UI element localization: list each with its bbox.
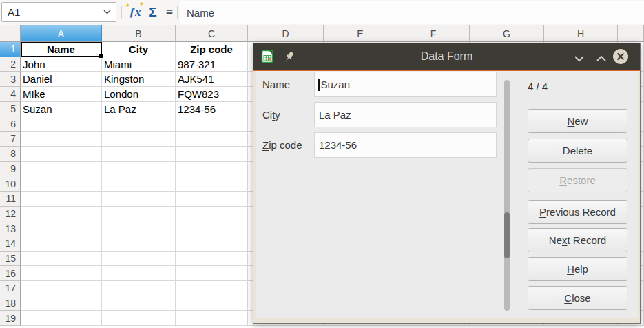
cell[interactable] (102, 296, 176, 311)
cell[interactable] (176, 176, 248, 192)
row-header-18[interactable]: 18 (0, 296, 21, 311)
form-scrollbar[interactable] (504, 80, 510, 311)
cell[interactable] (176, 221, 248, 236)
cell[interactable]: AJK541 (176, 72, 248, 87)
row-header-11[interactable]: 11 (0, 192, 21, 207)
scrollbar-thumb[interactable] (504, 212, 510, 258)
cell[interactable] (21, 207, 102, 222)
cell[interactable] (176, 296, 248, 311)
cell[interactable] (176, 266, 248, 281)
cell[interactable] (176, 192, 248, 207)
column-header-A[interactable]: A (21, 25, 102, 42)
row-header-6[interactable]: 6 (0, 116, 21, 132)
cell[interactable] (21, 311, 102, 326)
cell[interactable] (176, 281, 248, 296)
row-header-5[interactable]: 5 (0, 102, 21, 117)
cell[interactable] (21, 281, 102, 296)
row-header-10[interactable]: 10 (0, 176, 21, 192)
column-header-B[interactable]: B (102, 25, 176, 42)
cell[interactable] (102, 266, 176, 281)
cell[interactable] (102, 176, 176, 192)
cell[interactable] (176, 162, 248, 177)
field-input-city[interactable]: La Paz (314, 102, 497, 127)
row-header-14[interactable]: 14 (0, 236, 21, 252)
select-all-corner[interactable] (0, 25, 21, 42)
row-header-4[interactable]: 4 (0, 87, 21, 102)
cell[interactable] (21, 266, 102, 281)
cell[interactable] (21, 221, 102, 236)
cell[interactable] (102, 207, 176, 222)
row-header-1[interactable]: 1 (0, 42, 21, 57)
roll-up-icon[interactable] (594, 52, 608, 65)
cell[interactable] (176, 116, 248, 132)
column-header-D[interactable]: D (248, 25, 324, 42)
function-wizard-icon[interactable]: ✦✦ƒx (126, 0, 144, 25)
cell[interactable] (21, 296, 102, 311)
row-header-17[interactable]: 17 (0, 281, 21, 296)
cell[interactable]: John (21, 57, 102, 72)
cell[interactable]: Kingston (102, 72, 176, 87)
cell[interactable]: City (102, 42, 176, 57)
cell[interactable] (176, 311, 248, 326)
cell[interactable]: Daniel (21, 72, 102, 87)
name-box[interactable]: A1 (1, 2, 116, 22)
cell[interactable] (176, 132, 248, 147)
cell[interactable]: Miami (102, 57, 176, 72)
row-header-13[interactable]: 13 (0, 221, 21, 236)
restore-button[interactable]: Restore (528, 168, 627, 192)
cell[interactable]: 987-321 (176, 57, 248, 72)
cell[interactable] (21, 116, 102, 132)
row-header-12[interactable]: 12 (0, 207, 21, 222)
cell[interactable] (21, 192, 102, 207)
cell[interactable] (21, 236, 102, 252)
cell[interactable] (102, 252, 176, 267)
row-header-3[interactable]: 3 (0, 72, 21, 87)
row-header-8[interactable]: 8 (0, 147, 21, 162)
cell[interactable]: London (102, 87, 176, 102)
delete-button[interactable]: Delete (528, 139, 627, 163)
cell[interactable] (21, 147, 102, 162)
column-header-G[interactable]: G (470, 25, 544, 42)
cell[interactable]: Suzan (21, 102, 102, 117)
column-header-C[interactable]: C (176, 25, 248, 42)
name-box-dropdown-icon[interactable] (103, 10, 111, 14)
cell[interactable] (21, 252, 102, 267)
column-header-H[interactable]: H (544, 25, 618, 42)
cell[interactable] (176, 236, 248, 252)
cell[interactable] (176, 252, 248, 267)
row-header-7[interactable]: 7 (0, 132, 21, 147)
roll-down-icon[interactable] (572, 52, 586, 65)
column-header-F[interactable]: F (397, 25, 470, 42)
selected-cell-outline[interactable] (21, 42, 102, 57)
cell[interactable]: Zip code (176, 42, 248, 57)
field-input-name[interactable]: Suzan (314, 72, 497, 97)
cell[interactable] (176, 207, 248, 222)
cell[interactable] (102, 311, 176, 326)
equals-icon[interactable]: = (163, 0, 176, 25)
cell[interactable] (176, 147, 248, 162)
cell[interactable]: 1234-56 (176, 102, 248, 117)
column-header-E[interactable]: E (324, 25, 397, 42)
row-header-2[interactable]: 2 (0, 57, 21, 72)
cell[interactable] (102, 281, 176, 296)
column-header-partial[interactable] (618, 25, 644, 42)
close-button[interactable]: Close (528, 286, 627, 310)
field-input-zip-code[interactable]: 1234-56 (314, 132, 497, 158)
fill-handle[interactable] (99, 54, 103, 58)
cell[interactable] (102, 236, 176, 252)
cell[interactable]: La Paz (102, 102, 176, 117)
cell[interactable] (102, 147, 176, 162)
previous-record-button[interactable]: Previous Record (528, 200, 627, 224)
dialog-titlebar[interactable]: Data Form (253, 43, 640, 70)
next-record-button[interactable]: Next Record (528, 228, 627, 252)
cell[interactable] (21, 176, 102, 192)
cell[interactable] (102, 221, 176, 236)
new-button[interactable]: New (528, 109, 627, 133)
cell[interactable] (21, 162, 102, 177)
cell[interactable] (102, 116, 176, 132)
close-icon[interactable] (613, 49, 628, 64)
row-header-15[interactable]: 15 (0, 252, 21, 267)
cell[interactable] (102, 192, 176, 207)
cell[interactable] (102, 162, 176, 177)
row-header-9[interactable]: 9 (0, 162, 21, 177)
